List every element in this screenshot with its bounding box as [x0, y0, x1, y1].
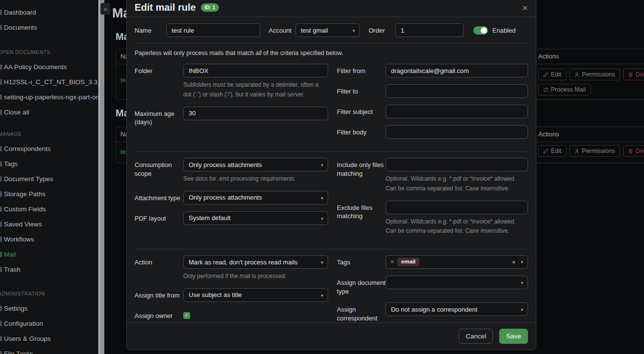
sidebar-item-tags[interactable]: Tags [0, 156, 98, 171]
sidebar-item-custom-fields[interactable]: Custom Fields [0, 202, 98, 217]
dialog-body: Name Account test gmail ▾ Order Enabled … [127, 17, 536, 322]
cancel-button[interactable]: Cancel [459, 329, 493, 344]
sidebar-item-label: Document Types [4, 175, 53, 183]
attachment-type-select[interactable]: Only process attachments ▾ [183, 191, 328, 205]
delete-button[interactable]: Delete [623, 69, 644, 80]
action-field: Action Mark as read, don't process read … [135, 255, 328, 281]
divider [135, 43, 528, 43]
clear-tags-icon[interactable]: × [512, 259, 516, 266]
chevron-down-icon: ▾ [321, 293, 323, 298]
sidebar-item-open-doc-1[interactable]: AA Policy Documents [0, 59, 98, 75]
sidebar-item-workflows[interactable]: Workflows [0, 232, 98, 247]
order-input[interactable] [395, 23, 464, 37]
pencil-icon [543, 72, 548, 77]
maximum-age-input[interactable] [183, 107, 328, 120]
sidebar-collapse-button[interactable]: « [100, 3, 110, 15]
close-icon[interactable]: × [522, 2, 528, 13]
filter-to-label: Filter to [337, 84, 386, 98]
filter-subject-input[interactable] [386, 105, 528, 118]
sidebar-item-label: Storage Paths [4, 190, 46, 198]
sidebar-section-manage: MANAGE [0, 127, 98, 141]
delete-button[interactable]: Delete [623, 145, 644, 157]
sidebar-item-close-all[interactable]: Close all [0, 105, 98, 120]
person-icon [574, 149, 580, 154]
order-label: Order [369, 27, 388, 34]
sidebar-section-open-documents: OPEN DOCUMENTS [0, 45, 98, 59]
chevron-down-icon: ▾ [352, 28, 355, 33]
assign-document-type-select[interactable]: ▾ [386, 276, 528, 289]
assign-document-type-label: Assign document type [337, 276, 386, 296]
tag-chip: email [397, 258, 419, 266]
folder-hint: Subfolders must be separated by a delimi… [183, 80, 328, 100]
permissions-button[interactable]: Permissions [569, 69, 620, 80]
edit-button[interactable]: Edit [538, 145, 566, 157]
filter-from-label: Filter from [337, 64, 386, 77]
sidebar-item-saved-views[interactable]: Saved Views [0, 217, 98, 232]
rule-identity-row: Name Account test gmail ▾ Order Enabled [135, 23, 528, 37]
chevron-down-icon: ▾ [321, 196, 323, 201]
folder-label: Folder [135, 64, 183, 100]
include-files-input[interactable] [386, 158, 528, 171]
sidebar-item-dashboard[interactable]: Dashboard [0, 5, 98, 20]
save-button[interactable]: Save [499, 329, 528, 344]
pdf-layout-field: PDF layout System default ▾ [135, 211, 328, 225]
page-scrollbar[interactable] [98, 0, 104, 354]
sidebar-item-label: H12SSL-i_C_CT_NT_BIOS_3.3_rele... [4, 78, 98, 86]
pdf-layout-select[interactable]: System default ▾ [183, 211, 328, 225]
edit-button[interactable]: Edit [538, 69, 566, 80]
rule-actions: Edit Permissions Delete Copy [538, 145, 644, 157]
assign-correspondent-from-label: Assign correspondent from [337, 302, 386, 322]
person-icon [574, 72, 580, 77]
include-files-label: Include only files matching [337, 158, 386, 194]
sidebar-item-label: AA Policy Documents [4, 63, 67, 71]
filter-body-label: Filter body [337, 125, 386, 139]
trash-icon [628, 72, 633, 77]
sidebar-item-open-doc-2[interactable]: H12SSL-i_C_CT_NT_BIOS_3.3_rele... [0, 75, 98, 90]
sidebar-item-configuration[interactable]: Configuration [0, 316, 98, 331]
action-select[interactable]: Mark as read, don't process read mails ▾ [183, 255, 328, 269]
consumption-scope-select[interactable]: Only process attachments ▾ [183, 158, 328, 171]
sidebar-item-file-tasks[interactable]: File Tasks [0, 346, 98, 354]
remove-tag-icon[interactable]: × [390, 259, 394, 265]
assign-owner-checkbox[interactable]: ✓ [183, 312, 190, 319]
filter-from-input[interactable] [386, 64, 528, 77]
processing-section: Consumption scope Only process attachmen… [135, 158, 528, 243]
assign-correspondent-from-select[interactable]: Do not assign a correspondent ▾ [386, 302, 528, 316]
sidebar-item-mail[interactable]: Mail [0, 247, 98, 262]
sidebar-item-settings[interactable]: Settings [0, 301, 98, 316]
exclude-files-hint: Optional. Wildcards e.g. *.pdf or *invoi… [386, 217, 528, 237]
exclude-files-input[interactable] [386, 201, 528, 214]
gear-icon [0, 306, 2, 311]
sidebar-item-trash[interactable]: Trash [0, 262, 98, 277]
sidebar-item-storage-paths[interactable]: Storage Paths [0, 186, 98, 202]
attachment-type-field: Attachment type Only process attachments… [135, 191, 328, 205]
account-select[interactable]: test gmail ▾ [295, 23, 360, 37]
sidebar: Dashboard Documents OPEN DOCUMENTS AA Po… [0, 0, 98, 354]
sidebar-item-label: Dashboard [4, 9, 36, 16]
sidebar-item-users-groups[interactable]: Users & Groups [0, 331, 98, 346]
filter-body-field: Filter body [337, 125, 528, 139]
sidebar-item-documents[interactable]: Documents [0, 20, 98, 35]
people-icon [0, 336, 2, 341]
file-icon [0, 79, 2, 85]
name-input[interactable] [166, 23, 260, 37]
filter-body-input[interactable] [386, 125, 528, 139]
enabled-toggle[interactable] [473, 26, 488, 35]
folder-field: Folder Subfolders must be separated by a… [135, 64, 328, 100]
list-check-icon [0, 351, 2, 354]
tags-select[interactable]: × email × ▾ [386, 255, 528, 269]
pencil-icon [543, 149, 548, 154]
process-mail-button[interactable]: Process Mail [538, 84, 591, 95]
exclude-files-field: Exclude files matching Optional. Wildcar… [337, 201, 528, 237]
filter-to-input[interactable] [386, 84, 528, 98]
folder-input[interactable] [183, 64, 328, 77]
trash-icon [628, 149, 633, 154]
custom-fields-icon [0, 206, 2, 212]
sidebar-item-open-doc-3[interactable]: setting-up-paperless-ngx-part-one [0, 90, 98, 105]
sidebar-item-document-types[interactable]: Document Types [0, 171, 98, 186]
assign-title-from-field: Assign title from Use subject as title ▾ [135, 288, 328, 302]
sidebar-item-correspondents[interactable]: Correspondents [0, 141, 98, 156]
consumption-scope-label: Consumption scope [135, 158, 183, 184]
assign-title-from-select[interactable]: Use subject as title ▾ [183, 288, 328, 302]
permissions-button[interactable]: Permissions [569, 145, 620, 157]
